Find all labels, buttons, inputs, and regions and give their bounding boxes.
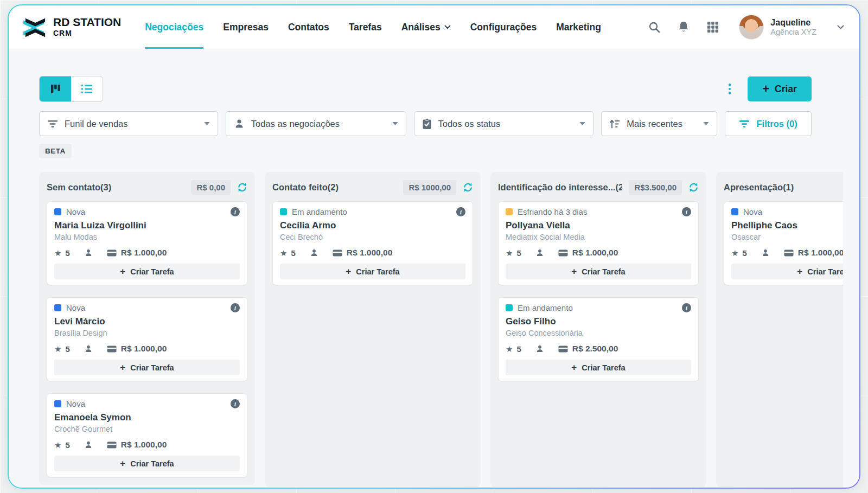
- status-color-square: [506, 208, 513, 215]
- deal-title: Cecília Armo: [280, 220, 465, 232]
- column-sem-contato: Sem contato(3) R$ 0,00 Nova i Maria Luiz…: [39, 172, 255, 485]
- account-chevron-down-icon[interactable]: [837, 25, 844, 30]
- info-icon[interactable]: i: [682, 207, 691, 216]
- brand-sub: CRM: [53, 29, 72, 37]
- info-icon[interactable]: i: [231, 399, 240, 408]
- chevron-down-icon: [204, 121, 210, 126]
- star-icon: ★: [506, 249, 513, 257]
- rd-station-logo[interactable]: RD STATION CRM: [23, 16, 121, 39]
- create-task-button[interactable]: +Criar Tarefa: [54, 264, 240, 279]
- deal-rating: 5: [516, 344, 521, 354]
- deal-status: Em andamento: [518, 303, 573, 312]
- owner-icon: [84, 248, 93, 257]
- create-task-button[interactable]: +Criar Tarefa: [54, 456, 240, 471]
- kanban-icon: [49, 82, 62, 95]
- nav-item-configuracoes[interactable]: Configurações: [470, 5, 537, 49]
- kanban-view-button[interactable]: [40, 76, 71, 101]
- info-icon[interactable]: i: [231, 207, 240, 216]
- plus-icon: +: [762, 84, 769, 94]
- deal-card[interactable]: Em andamento i Cecília Armo Ceci Brechó …: [272, 201, 473, 285]
- apps-grid-icon[interactable]: [706, 21, 719, 34]
- nav-item-analises[interactable]: Análises: [401, 5, 451, 49]
- deal-card[interactable]: Nova i Phelliphe Caos Osascar ★ 5 R$ 1.0…: [724, 201, 843, 285]
- create-task-button[interactable]: +Criar Tarefa: [731, 264, 843, 279]
- plus-icon: +: [120, 458, 125, 469]
- refresh-icon[interactable]: [688, 182, 699, 193]
- nav-item-negociacoes[interactable]: Negociações: [145, 5, 203, 49]
- owner-icon: [84, 344, 93, 353]
- column-total-badge: R$ 0,00: [191, 180, 231, 195]
- column-title: Identificação do interesse...(2): [498, 182, 622, 193]
- refresh-icon[interactable]: [237, 182, 247, 193]
- create-button[interactable]: + Criar: [748, 76, 812, 101]
- account-menu[interactable]: Jaqueline Agência XYZ: [739, 15, 844, 40]
- deal-status: Em andamento: [292, 207, 347, 216]
- top-nav-bar: RD STATION CRM Negociações Empresas Cont…: [9, 5, 859, 49]
- deal-status: Nova: [743, 207, 762, 216]
- status-color-square: [54, 400, 61, 407]
- list-icon: [80, 83, 93, 95]
- deal-rating: 5: [516, 248, 521, 258]
- star-icon: ★: [731, 249, 738, 257]
- star-icon: ★: [506, 345, 513, 353]
- create-task-button[interactable]: +Criar Tarefa: [506, 264, 691, 279]
- refresh-icon[interactable]: [463, 182, 473, 193]
- plus-icon: +: [120, 266, 125, 277]
- deal-title: Phelliphe Caos: [731, 220, 843, 232]
- user-name: Jaqueline: [770, 17, 816, 28]
- deal-card[interactable]: Esfriando há 3 dias i Pollyana Viella Me…: [498, 201, 699, 285]
- deal-status: Nova: [66, 399, 85, 408]
- create-task-button[interactable]: +Criar Tarefa: [506, 360, 691, 375]
- more-options-kebab-icon[interactable]: [725, 76, 735, 101]
- filters-button[interactable]: Filtros (0): [725, 111, 812, 136]
- status-color-square: [506, 304, 513, 311]
- column-title: Apresentação(1): [724, 182, 843, 193]
- board-toolbar: + Criar: [39, 76, 859, 102]
- plus-icon: +: [120, 362, 125, 373]
- user-org: Agência XYZ: [770, 28, 816, 37]
- plus-icon: +: [571, 362, 577, 373]
- credit-card-icon: [333, 249, 342, 257]
- create-task-button[interactable]: +Criar Tarefa: [54, 360, 240, 375]
- sort-select[interactable]: Mais recentes: [601, 111, 717, 136]
- pipeline-select[interactable]: Funil de vendas: [39, 111, 218, 136]
- star-icon: ★: [280, 249, 287, 257]
- nav-item-contatos[interactable]: Contatos: [288, 5, 329, 49]
- column-total-badge: R$ 1000,00: [403, 180, 456, 195]
- brand-name: RD STATION: [53, 16, 121, 28]
- deal-card[interactable]: Nova i Maria Luiza Virgollini Malu Modas…: [47, 201, 247, 285]
- info-icon[interactable]: i: [231, 303, 240, 312]
- nav-item-tarefas[interactable]: Tarefas: [349, 5, 382, 49]
- deal-company: Malu Modas: [54, 232, 240, 242]
- plus-icon: +: [346, 266, 351, 277]
- credit-card-icon: [558, 249, 568, 257]
- top-actions: Jaqueline Agência XYZ: [648, 15, 844, 40]
- list-view-button[interactable]: [71, 76, 103, 101]
- search-icon[interactable]: [648, 21, 661, 34]
- notifications-bell-icon[interactable]: [677, 21, 690, 34]
- credit-card-icon: [784, 249, 794, 257]
- info-icon[interactable]: i: [456, 207, 465, 216]
- deal-value: R$ 1.000,00: [121, 440, 167, 450]
- clipboard-check-icon: [422, 118, 432, 130]
- app-window-frame: RD STATION CRM Negociações Empresas Cont…: [8, 4, 860, 489]
- info-icon[interactable]: i: [682, 303, 691, 312]
- chevron-down-icon: [444, 25, 451, 29]
- status-select[interactable]: Todos os status: [414, 111, 594, 136]
- column-title: Contato feito(2): [272, 182, 397, 193]
- deal-company: Osascar: [731, 232, 843, 242]
- deal-card[interactable]: Nova i Levi Márcio Brasília Design ★ 5 R…: [47, 297, 247, 381]
- star-icon: ★: [54, 249, 61, 257]
- nav-item-empresas[interactable]: Empresas: [223, 5, 269, 49]
- owner-icon: [535, 248, 544, 257]
- deal-card[interactable]: Em andamento i Geiso Filho Geiso Concess…: [498, 297, 699, 381]
- deal-card[interactable]: Nova i Emanoela Symon Crochê Gourmet ★ 5…: [47, 393, 247, 477]
- deal-title: Geiso Filho: [506, 316, 691, 328]
- app-window: RD STATION CRM Negociações Empresas Cont…: [9, 5, 859, 488]
- column-contato-feito: Contato feito(2) R$ 1000,00 Em andamento…: [265, 172, 481, 487]
- chevron-down-icon: [392, 121, 398, 126]
- deals-owner-select[interactable]: Todas as negociações: [226, 111, 406, 136]
- deal-status: Nova: [66, 303, 85, 312]
- create-task-button[interactable]: +Criar Tarefa: [280, 264, 465, 279]
- nav-item-marketing[interactable]: Marketing: [556, 5, 601, 49]
